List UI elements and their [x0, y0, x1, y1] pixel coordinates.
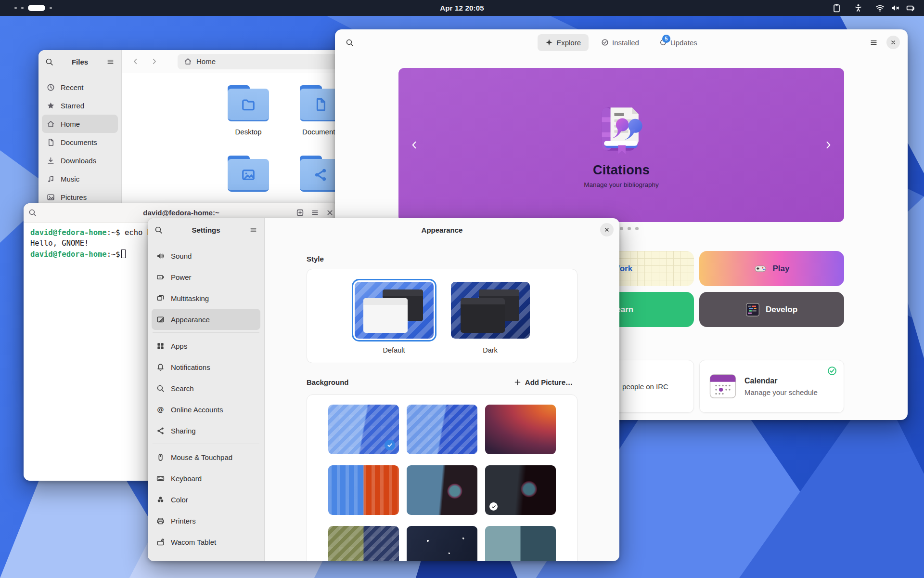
settings-item-power[interactable]: Power [152, 266, 260, 288]
mouse-icon [156, 453, 165, 461]
banner-app-subtitle: Manage your bibliography [584, 181, 658, 188]
wifi-icon [875, 3, 885, 13]
add-picture-button[interactable]: Add Picture… [509, 376, 578, 389]
style-option-dark[interactable]: Dark [448, 279, 533, 354]
settings-item-label: Keyboard [171, 474, 202, 483]
clock-icon [47, 83, 55, 92]
settings-item-mouse[interactable]: Mouse & Touchpad [152, 447, 260, 468]
folder-desktop[interactable]: Desktop [215, 89, 282, 136]
settings-item-sound[interactable]: Sound [152, 245, 260, 266]
carousel-dot[interactable] [620, 227, 623, 230]
close-button[interactable] [886, 36, 900, 49]
app-card-subtitle: Manage your schedule [744, 388, 818, 396]
hamburger-menu-icon[interactable] [311, 209, 319, 217]
image-icon [241, 168, 256, 182]
wallpaper-thumbnail[interactable] [485, 526, 556, 561]
tab-explore[interactable]: Explore [538, 34, 589, 51]
style-option-label: Default [352, 346, 436, 354]
share-icon [313, 168, 328, 182]
sidebar-item-label: Pictures [61, 193, 87, 201]
settings-item-label: Printers [171, 517, 196, 525]
style-preview-default [355, 282, 434, 339]
multitasking-icon [156, 294, 165, 302]
new-tab-icon[interactable] [296, 209, 304, 217]
category-label: Develop [766, 305, 797, 315]
settings-item-online-accounts[interactable]: Online Accounts [152, 399, 260, 420]
style-section-heading: Style [307, 255, 578, 263]
document-icon [47, 138, 55, 146]
carousel-dot[interactable] [628, 227, 631, 230]
search-icon [156, 384, 165, 393]
bell-icon [156, 363, 165, 371]
folder-pictures[interactable] [215, 159, 282, 198]
software-header-bar: Explore Installed Updates 5 [335, 29, 908, 55]
home-icon [47, 120, 55, 128]
settings-window-title: Settings [163, 226, 249, 234]
featured-app-banner[interactable]: Citations Manage your bibliography [398, 68, 844, 222]
settings-item-notifications[interactable]: Notifications [152, 356, 260, 378]
hamburger-menu-icon[interactable] [106, 58, 115, 66]
folder-label: Desktop [215, 128, 282, 136]
banner-next-icon[interactable] [823, 140, 834, 150]
settings-item-apps[interactable]: Apps [152, 335, 260, 356]
clipboard-icon[interactable] [832, 3, 841, 13]
wallpaper-thumbnail[interactable] [328, 526, 399, 561]
wallpaper-thumbnail[interactable] [485, 405, 556, 454]
category-play[interactable]: Play [699, 251, 844, 286]
wallpaper-thumbnail[interactable] [407, 465, 477, 515]
close-icon[interactable] [326, 209, 334, 217]
forward-button[interactable] [150, 57, 158, 66]
appearance-panel: Appearance Style Default [265, 218, 619, 561]
sidebar-item-starred[interactable]: Starred [42, 96, 118, 115]
wallpaper-thumbnail-selected[interactable] [328, 405, 399, 454]
close-button[interactable] [600, 223, 614, 236]
settings-item-search[interactable]: Search [152, 378, 260, 399]
search-icon[interactable] [45, 58, 53, 66]
path-bar-label: Home [196, 57, 216, 66]
sidebar-item-documents[interactable]: Documents [42, 133, 118, 151]
carousel-dot[interactable] [635, 227, 639, 230]
terminal-cursor [121, 250, 126, 258]
panel-title: Appearance [422, 226, 463, 234]
system-status-area[interactable] [875, 3, 915, 13]
settings-item-appearance[interactable]: Appearance [152, 309, 260, 330]
close-icon [890, 39, 896, 45]
style-option-label: Dark [448, 346, 533, 354]
tab-installed[interactable]: Installed [593, 34, 647, 51]
sidebar-item-home[interactable]: Home [42, 115, 118, 133]
tab-updates[interactable]: Updates 5 [652, 34, 705, 51]
style-option-default[interactable]: Default [352, 279, 436, 354]
sidebar-item-music[interactable]: Music [42, 170, 118, 188]
sidebar-divider [153, 332, 259, 333]
settings-item-printers[interactable]: Printers [152, 510, 260, 531]
tab-label: Updates [670, 39, 697, 47]
sidebar-item-recent[interactable]: Recent [42, 78, 118, 96]
category-develop[interactable]: Develop [699, 292, 844, 327]
wallpaper-thumbnail[interactable] [485, 465, 556, 515]
gamepad-icon [754, 264, 767, 274]
top-bar: Apr 12 20:05 [0, 0, 924, 16]
back-button[interactable] [131, 57, 140, 66]
settings-item-keyboard[interactable]: Keyboard [152, 468, 260, 489]
hamburger-menu-icon[interactable] [870, 39, 878, 47]
settings-item-sharing[interactable]: Sharing [152, 420, 260, 441]
settings-item-wacom[interactable]: Wacom Tablet [152, 531, 260, 552]
wallpaper-thumbnail[interactable] [407, 405, 477, 454]
app-card-title: Calendar [744, 377, 818, 385]
hamburger-menu-icon[interactable] [249, 226, 257, 234]
sidebar-item-label: Home [61, 120, 80, 128]
settings-item-label: Online Accounts [171, 406, 223, 414]
accessibility-icon[interactable] [854, 3, 863, 13]
search-icon[interactable] [28, 209, 37, 217]
search-icon[interactable] [154, 226, 163, 234]
settings-item-multitasking[interactable]: Multitasking [152, 288, 260, 309]
settings-item-color[interactable]: Color [152, 489, 260, 510]
wallpaper-thumbnail[interactable] [328, 465, 399, 515]
wallpaper-thumbnail[interactable] [407, 526, 477, 561]
sidebar-item-label: Downloads [61, 157, 96, 165]
sidebar-item-downloads[interactable]: Downloads [42, 151, 118, 170]
clock-menu[interactable]: Apr 12 20:05 [0, 4, 924, 12]
files-window-title: Files [53, 58, 106, 66]
app-card-calendar[interactable]: Calendar Manage your schedule [699, 360, 844, 413]
banner-previous-icon[interactable] [409, 140, 420, 150]
